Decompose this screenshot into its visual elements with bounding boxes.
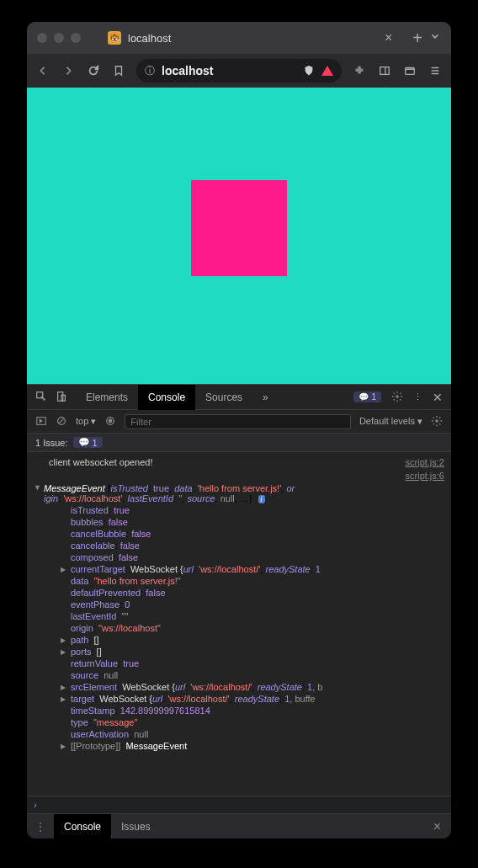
extensions-icon[interactable] <box>352 63 367 78</box>
sidebar-icon[interactable] <box>377 63 392 78</box>
device-icon[interactable] <box>56 391 67 404</box>
devtools: Elements Console Sources » 💬1 ⋮ ✕ top ▾ … <box>27 384 451 839</box>
devtools-tabs: Elements Console Sources » 💬1 ⋮ ✕ <box>27 385 451 410</box>
object-property[interactable]: data: "hello from server.js!" <box>27 575 451 587</box>
object-property[interactable]: timeStamp: 142.89999997615814 <box>27 705 451 716</box>
brave-icon[interactable] <box>321 66 333 76</box>
object-property[interactable]: composed: false <box>27 551 451 563</box>
drawer-console-tab[interactable]: Console <box>54 814 111 839</box>
tabs-dropdown-icon[interactable] <box>429 30 441 45</box>
bookmark-icon[interactable] <box>111 63 126 78</box>
maximize-window-button[interactable] <box>71 33 81 43</box>
clear-console-icon[interactable] <box>56 415 67 429</box>
log-line: client websocket opened! script.js:2 <box>27 455 451 469</box>
browser-tab[interactable]: 🐯 localhost × <box>108 30 392 45</box>
svg-point-14 <box>109 419 113 423</box>
context-selector[interactable]: top ▾ <box>76 416 96 427</box>
object-property[interactable]: origin: "ws://localhost" <box>27 622 451 634</box>
pink-square <box>191 180 287 276</box>
issue-bar[interactable]: 1 Issue: 💬1 <box>27 434 451 452</box>
object-property[interactable]: ▶target: WebSocket {url: 'ws://localhost… <box>27 693 451 705</box>
kebab-icon[interactable]: ⋮ <box>413 391 422 402</box>
object-property[interactable]: eventPhase: 0 <box>27 599 451 610</box>
object-property[interactable]: lastEventId: "" <box>27 610 451 622</box>
wallet-icon[interactable] <box>402 63 417 78</box>
drawer-close-icon[interactable]: × <box>433 819 451 834</box>
window-controls <box>37 33 81 43</box>
issue-label: 1 Issue: <box>35 438 68 448</box>
object-property[interactable]: returnValue: true <box>27 658 451 669</box>
console-toolbar: top ▾ Default levels ▾ <box>27 410 451 434</box>
toolbar: ⓘ localhost <box>27 54 451 88</box>
live-expression-icon[interactable] <box>104 415 116 429</box>
log-message: client websocket opened! <box>49 457 153 467</box>
menu-icon[interactable] <box>428 63 443 78</box>
svg-rect-0 <box>380 67 390 75</box>
svg-line-12 <box>59 418 63 423</box>
object-property[interactable]: ▶srcElement: WebSocket {url: 'ws://local… <box>27 681 451 693</box>
tab-title: localhost <box>128 32 171 45</box>
filter-input[interactable] <box>125 414 351 429</box>
levels-selector[interactable]: Default levels ▾ <box>359 416 422 427</box>
object-property[interactable]: ▶currentTarget: WebSocket {url: 'ws://lo… <box>27 563 451 575</box>
object-property[interactable]: type: "message" <box>27 716 451 728</box>
inspect-icon[interactable] <box>35 391 47 404</box>
favicon-icon: 🐯 <box>108 31 121 45</box>
object-property[interactable]: cancelBubble: false <box>27 528 451 540</box>
log-source-link[interactable]: script.js:2 <box>406 457 444 467</box>
object-property[interactable]: bubbles: false <box>27 516 451 528</box>
object-property[interactable]: defaultPrevented: false <box>27 587 451 599</box>
object-property[interactable]: ▶ports: [] <box>27 646 451 658</box>
site-info-icon[interactable]: ⓘ <box>145 64 155 78</box>
tab-sources[interactable]: Sources <box>195 385 252 410</box>
more-tabs-icon[interactable]: » <box>252 385 279 410</box>
drawer-kebab-icon[interactable]: ⋮ <box>27 821 54 833</box>
sidebar-toggle-icon[interactable] <box>35 415 47 429</box>
drawer-tabs: ⋮ Console Issues × <box>27 813 451 839</box>
svg-rect-7 <box>58 391 63 401</box>
close-devtools-icon[interactable]: ✕ <box>433 391 443 404</box>
titlebar: 🐯 localhost × + <box>27 22 451 54</box>
issue-count-badge: 💬1 <box>73 437 103 448</box>
console-output[interactable]: client websocket opened! script.js:2 scr… <box>27 452 451 796</box>
close-tab-icon[interactable]: × <box>385 30 392 45</box>
object-property[interactable]: ▶[[Prototype]]: MessageEvent <box>27 740 451 752</box>
url-text: localhost <box>162 64 213 77</box>
address-bar[interactable]: ⓘ localhost <box>136 59 342 83</box>
messages-badge[interactable]: 💬1 <box>353 391 381 402</box>
browser-window: 🐯 localhost × + ⓘ localhost <box>27 22 451 839</box>
back-icon[interactable] <box>35 63 50 78</box>
object-property[interactable]: cancelable: false <box>27 540 451 551</box>
object-property[interactable]: isTrusted: true <box>27 504 451 516</box>
drawer-issues-tab[interactable]: Issues <box>111 814 161 839</box>
log-line: script.js:6 <box>27 469 451 482</box>
shields-icon[interactable] <box>303 65 315 77</box>
new-tab-button[interactable]: + <box>412 29 422 48</box>
svg-point-9 <box>396 395 399 398</box>
reload-icon[interactable] <box>86 63 101 78</box>
console-settings-icon[interactable] <box>431 415 443 429</box>
forward-icon[interactable] <box>61 63 76 78</box>
object-property[interactable]: source: null <box>27 669 451 681</box>
tab-elements[interactable]: Elements <box>76 385 138 410</box>
settings-icon[interactable] <box>391 391 403 404</box>
tab-console[interactable]: Console <box>138 385 195 410</box>
close-window-button[interactable] <box>37 33 47 43</box>
object-property[interactable]: ▶path: [] <box>27 634 451 646</box>
svg-point-15 <box>435 419 438 423</box>
page-content <box>27 88 451 384</box>
console-prompt[interactable]: › <box>27 796 451 813</box>
minimize-window-button[interactable] <box>54 33 64 43</box>
log-source-link[interactable]: script.js:6 <box>406 471 444 481</box>
object-property[interactable]: userActivation: null <box>27 728 451 740</box>
object-header[interactable]: ▼MessageEvent {isTrusted: true, data: 'h… <box>27 482 451 504</box>
